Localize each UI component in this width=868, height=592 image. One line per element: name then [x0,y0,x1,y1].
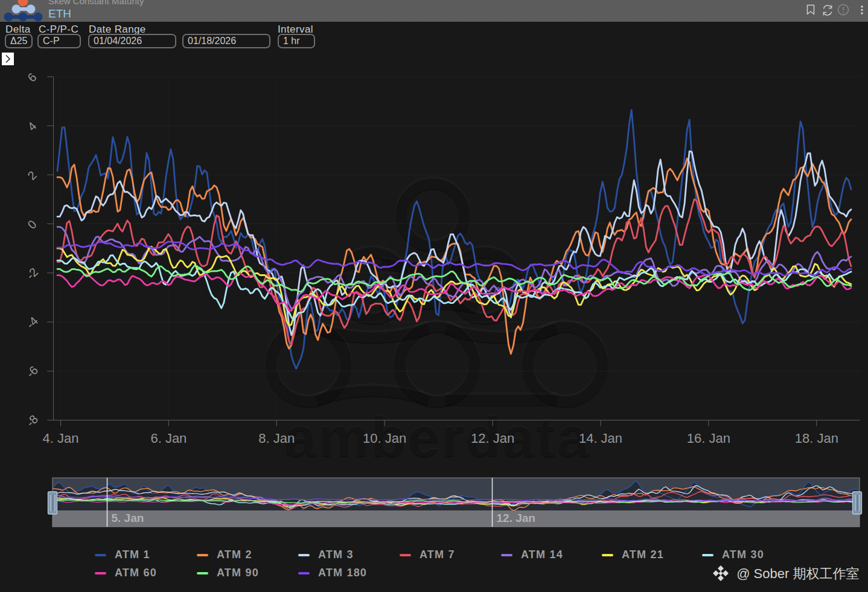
svg-text:12. Jan: 12. Jan [497,512,535,524]
svg-text:2: 2 [25,169,39,182]
svg-text:10. Jan: 10. Jan [363,431,406,446]
svg-text:14. Jan: 14. Jan [579,431,622,446]
svg-text:-8: -8 [24,412,40,429]
svg-text:0: 0 [25,217,39,231]
svg-text:4. Jan: 4. Jan [43,431,79,446]
svg-text:-6: -6 [24,363,40,380]
svg-text:12. Jan: 12. Jan [471,431,514,446]
svg-text:-2: -2 [24,265,40,282]
svg-text:18. Jan: 18. Jan [795,431,838,446]
svg-text:6: 6 [25,70,39,84]
svg-text:amberdata: amberdata [284,405,590,469]
svg-text:16. Jan: 16. Jan [687,431,730,446]
svg-text:6. Jan: 6. Jan [150,431,187,446]
svg-text:5. Jan: 5. Jan [112,512,144,524]
svg-text:4: 4 [25,120,39,134]
svg-text:-4: -4 [24,314,40,331]
svg-text:8. Jan: 8. Jan [258,431,295,446]
